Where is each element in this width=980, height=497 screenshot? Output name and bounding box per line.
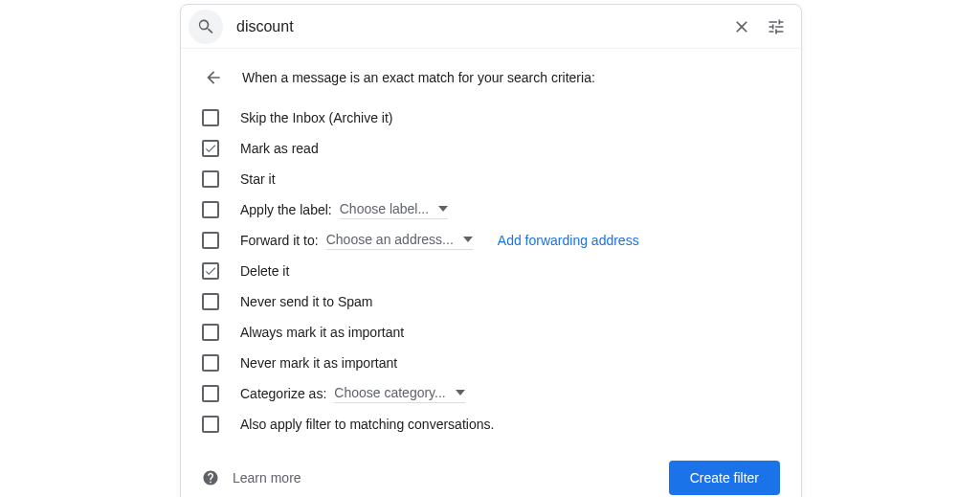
help-icon bbox=[202, 469, 219, 486]
add-forwarding-address-link[interactable]: Add forwarding address bbox=[498, 233, 639, 248]
checkbox-never-important[interactable] bbox=[202, 354, 219, 372]
option-also-apply: Also apply filter to matching conversati… bbox=[202, 409, 780, 440]
option-label: Star it bbox=[240, 171, 276, 187]
option-categorize: Categorize as: Choose category... bbox=[202, 378, 780, 409]
option-never-spam: Never send it to Spam bbox=[202, 286, 780, 317]
checkbox-mark-read[interactable] bbox=[202, 140, 219, 157]
checkbox-star[interactable] bbox=[202, 170, 219, 188]
categorize-select[interactable]: Choose category... bbox=[334, 385, 464, 403]
search-icon-button[interactable] bbox=[189, 10, 223, 44]
select-placeholder: Choose label... bbox=[340, 201, 429, 216]
search-icon bbox=[196, 17, 215, 36]
option-label: Mark as read bbox=[240, 141, 319, 156]
checkbox-always-important[interactable] bbox=[202, 324, 219, 341]
learn-more-link[interactable]: Learn more bbox=[202, 469, 301, 486]
caret-down-icon bbox=[456, 388, 465, 397]
option-label: Never send it to Spam bbox=[240, 294, 373, 309]
option-apply-label: Apply the label: Choose label... bbox=[202, 194, 780, 225]
caret-down-icon bbox=[463, 235, 473, 244]
filter-heading: When a message is an exact match for you… bbox=[242, 70, 595, 85]
checkbox-delete[interactable] bbox=[202, 262, 219, 280]
option-label: Delete it bbox=[240, 263, 289, 279]
option-forward: Forward it to: Choose an address... Add … bbox=[202, 225, 780, 256]
option-never-important: Never mark it as important bbox=[202, 348, 780, 378]
clear-button[interactable] bbox=[724, 10, 759, 44]
checkbox-skip-inbox[interactable] bbox=[202, 109, 219, 126]
filter-body: When a message is an exact match for you… bbox=[181, 49, 801, 497]
filter-options: Skip the Inbox (Archive it) Mark as read… bbox=[202, 102, 780, 440]
option-label: Always mark it as important bbox=[240, 325, 404, 340]
option-label: Forward it to: bbox=[240, 233, 319, 248]
option-skip-inbox: Skip the Inbox (Archive it) bbox=[202, 102, 780, 133]
search-bar bbox=[181, 5, 801, 49]
select-placeholder: Choose an address... bbox=[326, 232, 454, 247]
checkbox-categorize[interactable] bbox=[202, 385, 219, 402]
option-label: Categorize as: bbox=[240, 386, 326, 401]
checkbox-also-apply[interactable] bbox=[202, 416, 219, 433]
checkbox-forward[interactable] bbox=[202, 232, 219, 249]
filter-panel: When a message is an exact match for you… bbox=[180, 4, 802, 497]
select-placeholder: Choose category... bbox=[334, 385, 445, 400]
option-label: Also apply filter to matching conversati… bbox=[240, 417, 494, 432]
option-delete: Delete it bbox=[202, 256, 780, 286]
create-filter-button[interactable]: Create filter bbox=[669, 461, 780, 495]
filter-footer: Learn more Create filter bbox=[202, 461, 780, 495]
caret-down-icon bbox=[438, 204, 448, 214]
option-always-important: Always mark it as important bbox=[202, 317, 780, 348]
option-label: Never mark it as important bbox=[240, 355, 397, 371]
option-star: Star it bbox=[202, 164, 780, 194]
checkbox-never-spam[interactable] bbox=[202, 293, 219, 310]
close-icon bbox=[732, 17, 751, 36]
option-label: Apply the label: bbox=[240, 202, 332, 217]
option-mark-read: Mark as read bbox=[202, 133, 780, 164]
apply-label-select[interactable]: Choose label... bbox=[340, 201, 448, 219]
checkbox-apply-label[interactable] bbox=[202, 201, 219, 218]
back-button[interactable] bbox=[202, 66, 225, 89]
forward-select[interactable]: Choose an address... bbox=[326, 232, 473, 250]
arrow-left-icon bbox=[204, 68, 223, 87]
option-label: Skip the Inbox (Archive it) bbox=[240, 110, 393, 125]
search-options-button[interactable] bbox=[759, 10, 793, 44]
search-input[interactable] bbox=[223, 18, 724, 35]
tune-icon bbox=[767, 17, 786, 36]
learn-more-text: Learn more bbox=[233, 470, 301, 486]
